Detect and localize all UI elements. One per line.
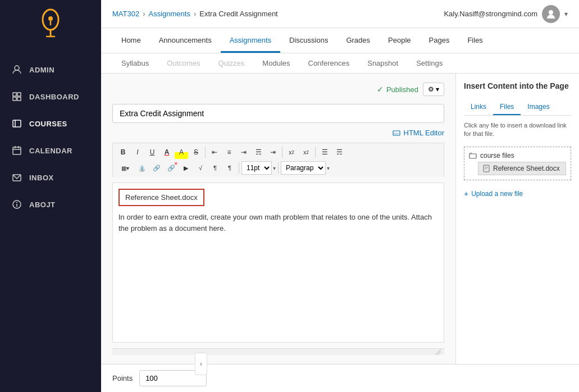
link-button[interactable]: 🔗 xyxy=(150,161,163,175)
sidebar-item-courses[interactable]: COURSES xyxy=(0,110,101,137)
right-panel-tabs: Links Files Images xyxy=(464,99,571,116)
sub-tab-settings[interactable]: Settings xyxy=(407,53,452,73)
svg-rect-26 xyxy=(484,165,489,172)
inbox-icon xyxy=(11,172,22,183)
tab-announcements[interactable]: Announcements xyxy=(150,28,221,53)
rtl-button[interactable]: ¶ xyxy=(208,161,222,175)
svg-rect-7 xyxy=(17,93,21,96)
user-email: Kaly.Nasiff@strongmind.com xyxy=(444,10,537,18)
sidebar-item-label-dashboard: DASHBOARD xyxy=(29,93,79,101)
sidebar-item-label-courses: COURSES xyxy=(29,120,67,128)
align-left-button[interactable]: ⇤ xyxy=(208,145,221,159)
tab-grades[interactable]: Grades xyxy=(337,28,379,53)
subscript-button[interactable]: x2 xyxy=(299,145,313,159)
sub-tab-modules[interactable]: Modules xyxy=(253,53,299,73)
sidebar-item-calendar[interactable]: CALENDAR xyxy=(0,137,101,164)
unlink-button[interactable]: 🔗✕ xyxy=(165,161,178,175)
bottom-bar: Points xyxy=(101,364,579,392)
breadcrumb-course[interactable]: MAT302 xyxy=(112,10,139,18)
resize-handle[interactable] xyxy=(112,348,444,355)
bullet-list-button[interactable]: ☰ xyxy=(318,145,331,159)
right-panel-tab-files[interactable]: Files xyxy=(493,99,521,115)
assignment-title-input[interactable] xyxy=(112,104,444,123)
svg-rect-8 xyxy=(13,97,16,101)
breadcrumb-section[interactable]: Assignments xyxy=(149,10,190,18)
app-logo xyxy=(34,6,67,45)
media-button[interactable]: ▶ xyxy=(179,161,193,175)
file-attachment[interactable]: Reference Sheet.docx xyxy=(118,189,204,206)
italic-button[interactable]: I xyxy=(131,145,144,159)
sidebar: ADMIN DASHBOARD COURSES CALENDAR INBOX xyxy=(0,0,101,392)
tab-people[interactable]: People xyxy=(379,28,420,53)
svg-text:</>: </> xyxy=(394,132,399,135)
sub-tab-syllabus[interactable]: Syllabus xyxy=(112,53,158,73)
sidebar-item-label-admin: ADMIN xyxy=(29,66,54,74)
settings-button[interactable]: ⚙ ▾ xyxy=(423,83,444,96)
tab-assignments[interactable]: Assignments xyxy=(221,28,280,53)
folder-label: course files xyxy=(480,152,514,159)
published-check-icon: ✓ xyxy=(377,85,384,94)
paragraph-dropdown-icon: ▾ xyxy=(327,165,330,171)
html-editor-bar[interactable]: </> HTML Editor xyxy=(112,129,444,137)
ltr-button[interactable]: ¶ xyxy=(223,161,236,175)
user-menu[interactable]: Kaly.Nasiff@strongmind.com ▾ xyxy=(444,5,568,23)
settings-dropdown-icon: ▾ xyxy=(436,85,439,93)
sidebar-nav: ADMIN DASHBOARD COURSES CALENDAR INBOX xyxy=(0,56,101,218)
sidebar-item-dashboard[interactable]: DASHBOARD xyxy=(0,83,101,110)
file-tree-file[interactable]: Reference Sheet.docx xyxy=(478,162,566,175)
svg-rect-10 xyxy=(13,120,21,127)
table-button[interactable]: ▦▾ xyxy=(116,161,134,175)
separator-4 xyxy=(239,162,239,174)
svg-point-3 xyxy=(48,16,53,21)
svg-point-5 xyxy=(15,66,19,70)
upload-link[interactable]: + Upload a new file xyxy=(464,189,571,198)
sub-tab-conferences[interactable]: Conferences xyxy=(299,53,359,73)
right-panel-tab-links[interactable]: Links xyxy=(464,99,493,115)
chevron-down-icon[interactable]: ▾ xyxy=(564,10,568,18)
tab-home[interactable]: Home xyxy=(112,28,150,53)
align-right-button[interactable]: ⇥ xyxy=(237,145,250,159)
align-center-button[interactable]: ≡ xyxy=(222,145,236,159)
plus-icon: + xyxy=(464,189,468,198)
bold-button[interactable]: B xyxy=(116,145,130,159)
equation-button[interactable]: √ xyxy=(194,161,207,175)
right-panel: Insert Content into the Page Links Files… xyxy=(455,74,579,364)
superscript-button[interactable]: x2 xyxy=(285,145,298,159)
calendar-icon xyxy=(11,145,22,156)
sidebar-collapse-button[interactable]: ‹ xyxy=(195,353,207,375)
breadcrumb: MAT302 › Assignments › Extra Credit Assi… xyxy=(112,10,278,18)
html-editor-label[interactable]: HTML Editor xyxy=(404,129,444,137)
sub-tab-snapshot[interactable]: Snapshot xyxy=(358,53,407,73)
sidebar-item-about[interactable]: ABOJT xyxy=(0,191,101,218)
sub-nav: Syllabus Outcomes Quizzes Modules Confer… xyxy=(101,53,579,74)
font-size-dropdown-icon: ▾ xyxy=(273,165,276,171)
svg-point-19 xyxy=(16,202,17,203)
underline-button[interactable]: U xyxy=(145,145,159,159)
published-bar: ✓ Published ⚙ ▾ xyxy=(112,83,444,96)
points-label: Points xyxy=(112,374,133,382)
tab-pages[interactable]: Pages xyxy=(420,28,459,53)
editor-content[interactable]: Reference Sheet.docx In order to earn ex… xyxy=(112,183,444,343)
tab-discussions[interactable]: Discussions xyxy=(280,28,337,53)
sidebar-item-admin[interactable]: ADMIN xyxy=(0,56,101,83)
numbered-list-button[interactable]: ☴ xyxy=(332,145,346,159)
paragraph-select[interactable]: Paragraph Heading 1 Heading 2 xyxy=(281,161,326,175)
sidebar-item-label-inbox: INBOX xyxy=(29,174,54,182)
file-tree-folder[interactable]: course files xyxy=(469,152,566,159)
strikethrough-button[interactable]: S xyxy=(189,145,203,159)
tab-files[interactable]: Files xyxy=(458,28,491,53)
font-size-select[interactable]: 11pt 8pt 10pt 12pt xyxy=(241,161,272,175)
svg-rect-9 xyxy=(17,97,21,101)
upload-label: Upload a new file xyxy=(471,190,523,198)
highlight-button[interactable]: A xyxy=(175,145,188,159)
sidebar-item-inbox[interactable]: INBOX xyxy=(0,164,101,191)
font-color-button[interactable]: A xyxy=(160,145,174,159)
admin-icon xyxy=(11,64,22,75)
image-button[interactable]: ⛲ xyxy=(135,161,149,175)
right-panel-tab-images[interactable]: Images xyxy=(521,99,556,115)
about-icon xyxy=(11,199,22,210)
indent-button[interactable]: ⇥ xyxy=(266,145,280,159)
align-justify-button[interactable]: ☴ xyxy=(252,145,265,159)
editor-toolbar: B I U A A S ⇤ ≡ ⇥ ☴ ⇥ x2 x2 ☰ xyxy=(112,143,444,177)
right-panel-description: Click any file to insert a download link… xyxy=(464,121,571,139)
